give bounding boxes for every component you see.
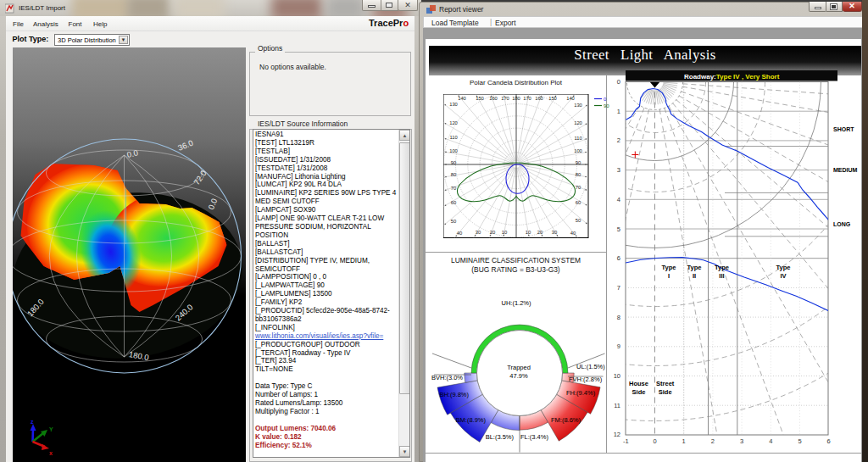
- svg-text:160: 160: [489, 96, 498, 101]
- svg-text:BVH:(3.0%: BVH:(3.0%: [431, 374, 463, 381]
- svg-text:60: 60: [576, 200, 581, 205]
- svg-text:z: z: [31, 419, 34, 425]
- svg-text:10: 10: [526, 230, 531, 235]
- svg-text:Type: Type: [715, 264, 729, 271]
- svg-text:UH:(1.2%): UH:(1.2%): [501, 299, 531, 307]
- svg-text:5: 5: [617, 225, 620, 233]
- svg-text:BH:(9.8%): BH:(9.8%): [439, 391, 469, 398]
- svg-text:1: 1: [617, 108, 620, 115]
- svg-text:50: 50: [576, 218, 581, 223]
- svg-text:0: 0: [617, 78, 620, 86]
- svg-text:11: 11: [614, 402, 620, 409]
- svg-text:7: 7: [617, 284, 620, 292]
- svg-text:6: 6: [827, 437, 831, 445]
- svg-text:9: 9: [617, 342, 620, 350]
- svg-text:Type: Type: [662, 264, 676, 271]
- svg-text:UL:(1.5%): UL:(1.5%): [576, 363, 605, 370]
- svg-text:2: 2: [617, 136, 620, 144]
- svg-text:40: 40: [457, 231, 462, 236]
- svg-text:8: 8: [617, 314, 620, 321]
- svg-text:40: 40: [570, 231, 576, 236]
- svg-text:Type: Type: [776, 264, 791, 271]
- svg-text:100: 100: [449, 148, 458, 153]
- svg-text:170: 170: [501, 96, 509, 101]
- svg-text:3: 3: [617, 166, 620, 174]
- svg-text:4: 4: [617, 196, 620, 203]
- svg-text:II: II: [693, 272, 696, 280]
- svg-text:FH:(9.4%): FH:(9.4%): [566, 389, 596, 397]
- svg-text:-1: -1: [623, 437, 629, 445]
- svg-text:4: 4: [769, 437, 772, 445]
- svg-text:47.9%: 47.9%: [509, 372, 528, 380]
- svg-text:130: 130: [449, 102, 458, 107]
- svg-text:30: 30: [476, 230, 481, 235]
- svg-text:6: 6: [617, 254, 620, 262]
- svg-text:70: 70: [576, 185, 581, 190]
- svg-text:80: 80: [451, 172, 456, 177]
- svg-text:110: 110: [449, 135, 457, 140]
- svg-text:x: x: [49, 450, 53, 456]
- svg-text:Street: Street: [656, 380, 675, 387]
- svg-text:5: 5: [798, 437, 801, 445]
- svg-text:10: 10: [614, 372, 620, 380]
- svg-text:160: 160: [535, 96, 543, 101]
- svg-text:50: 50: [451, 219, 456, 224]
- svg-text:110: 110: [574, 136, 581, 141]
- svg-text:Type: Type: [687, 264, 702, 271]
- svg-text:BL:(3.5%): BL:(3.5%): [486, 433, 515, 441]
- svg-text:70: 70: [451, 186, 456, 191]
- svg-text:170: 170: [523, 96, 531, 101]
- svg-text:III: III: [719, 272, 724, 280]
- svg-text:12: 12: [614, 431, 620, 438]
- svg-text:1: 1: [682, 437, 686, 445]
- svg-text:Side: Side: [632, 388, 646, 396]
- svg-text:120: 120: [449, 120, 458, 125]
- svg-text:IV: IV: [780, 272, 786, 280]
- svg-text:House: House: [629, 380, 648, 387]
- svg-text:Y: Y: [49, 426, 53, 432]
- svg-text:FM:(8.6%): FM:(8.6%): [551, 416, 581, 424]
- svg-text:30: 30: [552, 230, 557, 235]
- svg-text:FL:(3.4%): FL:(3.4%): [520, 433, 548, 441]
- svg-text:20: 20: [490, 230, 495, 235]
- svg-text:BM:(8.9%): BM:(8.9%): [456, 416, 487, 424]
- svg-text:Side: Side: [659, 388, 672, 396]
- svg-text:FVH:(2.8%): FVH:(2.8%): [569, 376, 603, 383]
- svg-text:120: 120: [574, 120, 582, 125]
- svg-text:Trapped: Trapped: [507, 364, 531, 371]
- svg-text:90: 90: [451, 160, 456, 165]
- svg-text:20: 20: [537, 230, 542, 235]
- svg-text:10: 10: [502, 230, 507, 235]
- svg-text:60: 60: [451, 200, 456, 205]
- svg-text:2: 2: [711, 437, 715, 445]
- svg-text:3: 3: [740, 437, 743, 445]
- svg-text:80: 80: [576, 172, 581, 177]
- svg-text:0: 0: [653, 437, 656, 445]
- svg-text:90: 90: [576, 160, 581, 165]
- svg-text:Roadway:Type IV , Very Short: Roadway:Type IV , Very Short: [684, 73, 780, 81]
- svg-text:130: 130: [574, 103, 582, 108]
- svg-text:I: I: [668, 272, 670, 280]
- svg-text:100: 100: [574, 148, 582, 153]
